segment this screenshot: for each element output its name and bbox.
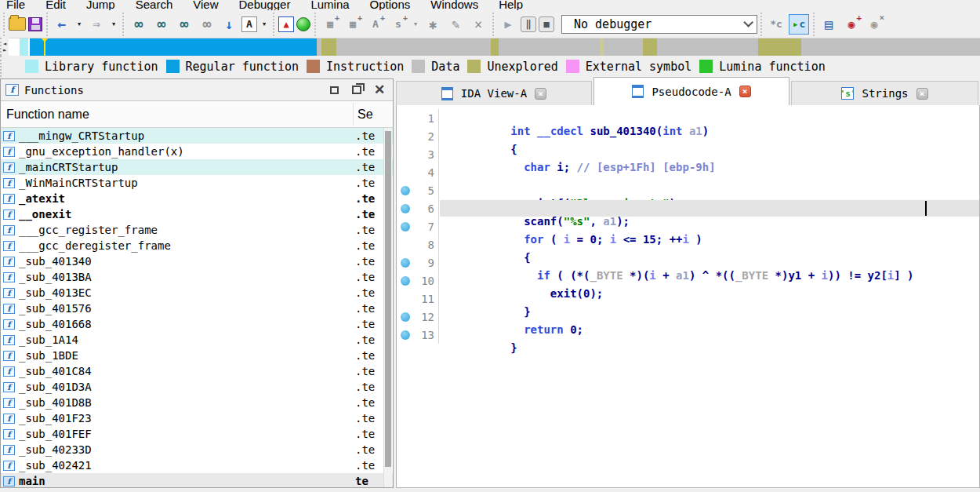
tab-label[interactable]: Pseudocode-A (652, 86, 731, 98)
debug-stop-icon[interactable]: ■ (539, 16, 554, 32)
function-name[interactable]: _sub_4013BA (19, 271, 92, 283)
function-row[interactable]: f _sub_401668 .te (1, 316, 393, 332)
back-dropdown-icon[interactable]: ▼ (74, 14, 84, 35)
menu-item[interactable]: Options (370, 0, 411, 10)
line-gutter[interactable]: 9 (397, 253, 439, 272)
ascii-icon[interactable]: A (241, 16, 257, 32)
debug-pause-icon[interactable]: ‖ (521, 16, 536, 32)
function-name[interactable]: ___mingw_CRTStartup (19, 129, 144, 142)
breakpoint-list-icon[interactable]: ▤ (818, 14, 839, 35)
function-name[interactable]: _sub_401576 (19, 302, 92, 315)
function-name[interactable]: _gnu_exception_handler(x) (19, 145, 184, 158)
function-row[interactable]: f _sub_401C84 .te (1, 363, 393, 379)
menu-item[interactable]: Windows (430, 0, 478, 10)
breakpoint-dot-icon[interactable] (401, 204, 410, 213)
tab-close-icon[interactable]: × (739, 86, 751, 97)
breakpoint-delete-icon[interactable]: ◉ (864, 14, 884, 35)
function-row[interactable]: f _gnu_exception_handler(x) .te (1, 144, 393, 159)
function-row[interactable]: f _sub_402421 .te (1, 457, 393, 473)
line-gutter[interactable]: 1 (397, 109, 439, 127)
column-segment[interactable]: Se (358, 108, 373, 122)
back-icon[interactable]: ← (52, 14, 72, 35)
function-name[interactable]: _sub_40233D (19, 443, 92, 456)
continue-process-icon[interactable]: c (789, 14, 809, 35)
menu-item[interactable]: Edit (45, 0, 66, 10)
function-row[interactable]: f main te (1, 473, 393, 487)
navband-segment[interactable] (758, 38, 801, 56)
function-name[interactable]: _sub_4013EC (19, 286, 92, 299)
menu-item[interactable]: Search (136, 0, 173, 10)
menu-item[interactable]: File (6, 0, 25, 10)
navband-segment[interactable] (20, 38, 28, 56)
search-again-icon[interactable]: ∞ (196, 14, 216, 35)
menu-item[interactable]: Debugger (239, 0, 291, 10)
lumina-sphere-icon[interactable] (296, 17, 310, 31)
close-button[interactable]: ✕ (371, 82, 388, 98)
function-row[interactable]: f _mainCRTStartup .te (1, 159, 393, 175)
save-file-icon[interactable] (28, 17, 42, 31)
problems-icon[interactable]: ▲ (278, 16, 294, 32)
function-row[interactable]: f _sub_1A14 .te (1, 332, 393, 348)
function-row[interactable]: f _sub_1BDE .te (1, 348, 393, 363)
breakpoint-dot-icon[interactable] (401, 186, 410, 195)
function-row[interactable]: f _sub_401FEF .te (1, 426, 393, 442)
menu-item[interactable]: Help (499, 0, 523, 10)
scrollbar-thumb[interactable] (385, 131, 391, 467)
search-immediate-icon[interactable]: ∞ (173, 14, 194, 35)
function-name[interactable]: _atexit (19, 192, 65, 205)
navband-segment[interactable] (801, 38, 980, 56)
line-gutter[interactable]: 12 (397, 308, 439, 326)
column-function-name[interactable]: Function name (6, 108, 89, 122)
navband-segment[interactable] (643, 38, 657, 56)
line-gutter[interactable]: 6 (397, 199, 439, 217)
function-name[interactable]: _WinMainCRTStartup (19, 177, 138, 189)
create-name-icon[interactable]: A (365, 14, 386, 35)
function-row[interactable]: f _sub_401D3A .te (1, 379, 393, 395)
navband-arrow-right-icon[interactable]: ► (3, 48, 9, 53)
function-name[interactable]: _sub_1A14 (19, 333, 78, 346)
pseudocode-view[interactable]: 1 int __cdecl sub_401340(int a1) 2 (396, 105, 980, 488)
function-name[interactable]: ___gcc_register_frame (19, 224, 158, 236)
delete-icon[interactable]: × (468, 14, 488, 35)
tab[interactable]: IDA View-A × (396, 81, 592, 105)
breakpoint-add-icon[interactable]: ◉ (841, 14, 862, 35)
function-row[interactable]: f ___gcc_register_frame .te (1, 222, 393, 238)
line-gutter[interactable]: 7 (397, 217, 439, 235)
open-file-icon[interactable] (9, 17, 26, 31)
function-name[interactable]: ___gcc_deregister_frame (19, 239, 171, 252)
line-gutter[interactable]: 11 (397, 290, 439, 308)
line-gutter[interactable]: 5 (397, 181, 439, 199)
line-gutter[interactable]: 4 (397, 163, 439, 181)
navband-segment[interactable] (9, 38, 20, 56)
line-gutter[interactable]: 13 (397, 326, 439, 344)
function-row[interactable]: f ___mingw_CRTStartup .te (1, 128, 393, 144)
function-row[interactable]: f _sub_4013EC .te (1, 285, 393, 301)
function-name[interactable]: _sub_401D3A (19, 381, 92, 393)
breakpoint-dot-icon[interactable] (401, 258, 410, 268)
navband-segment[interactable] (30, 38, 317, 56)
navband-segment[interactable] (604, 38, 643, 56)
create-data-icon[interactable]: ▦ (343, 14, 363, 35)
navband-arrow-left-icon[interactable]: ◄ (3, 42, 9, 46)
navband-segment[interactable] (499, 38, 600, 56)
forward-dropdown-icon[interactable]: ▼ (109, 14, 118, 35)
function-row[interactable]: f ___gcc_deregister_frame .te (1, 238, 393, 253)
function-name[interactable]: _sub_402421 (19, 459, 92, 472)
line-gutter[interactable]: 8 (397, 235, 439, 253)
create-code-icon[interactable]: ▦ (320, 14, 340, 35)
function-name[interactable]: _sub_401FEF (19, 428, 92, 440)
tab-close-icon[interactable]: × (535, 88, 546, 100)
function-name[interactable]: _mainCRTStartup (19, 161, 118, 173)
tab-label[interactable]: Strings (862, 87, 908, 100)
function-row[interactable]: f _sub_401576 .te (1, 301, 393, 316)
function-name[interactable]: main (19, 475, 45, 487)
function-name[interactable]: __onexit (19, 208, 71, 220)
breakpoint-dot-icon[interactable] (401, 276, 410, 286)
tab[interactable]: 's' Strings × (791, 81, 978, 105)
line-gutter[interactable]: 10 (397, 272, 439, 290)
navband-scroll-arrows[interactable]: ◄ ► (2, 38, 9, 56)
debugger-selector[interactable]: No debugger (561, 15, 757, 34)
breakpoint-dot-icon[interactable] (401, 222, 410, 231)
attach-process-icon[interactable]: *c (766, 14, 786, 35)
breakpoint-dot-icon[interactable] (401, 312, 410, 322)
